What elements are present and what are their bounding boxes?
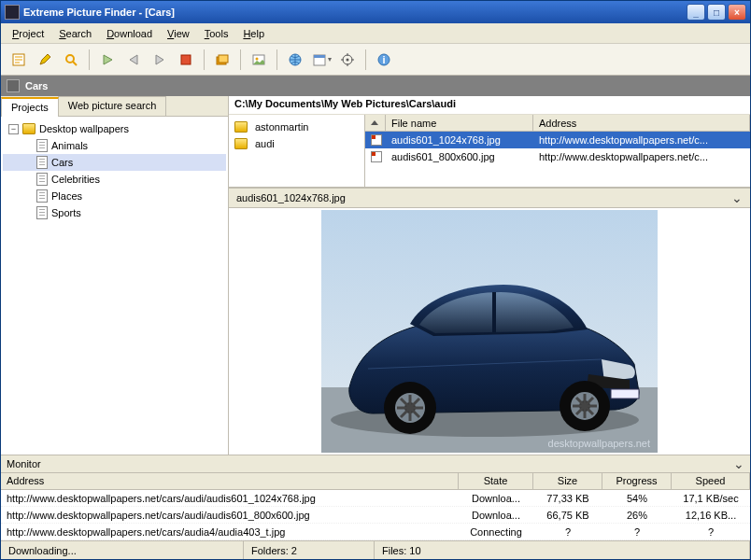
tree-collapse-icon[interactable]: −	[8, 124, 19, 134]
monitor-row[interactable]: http://www.desktopwallpapers.net/cars/au…	[1, 524, 750, 540]
play-button[interactable]	[95, 48, 120, 72]
left-tabs: Projects Web picture search	[1, 96, 228, 117]
target-button[interactable]	[335, 48, 360, 72]
image-preview[interactable]: desktopwallpapers.net	[229, 208, 750, 455]
menu-bar: PProjectroject Search Download View Tool…	[1, 23, 750, 44]
toolbar: ▾ i	[1, 44, 750, 76]
maximize-button[interactable]: □	[707, 4, 726, 21]
svg-point-11	[347, 58, 349, 61]
tree-root[interactable]: − Desktop wallpapers	[3, 120, 226, 137]
next-button[interactable]	[148, 48, 172, 72]
page-icon	[36, 139, 48, 152]
monitor-row[interactable]: http://www.desktopwallpapers.net/cars/au…	[1, 490, 750, 507]
menu-project[interactable]: PProjectroject	[5, 26, 51, 41]
directory-pane[interactable]: astonmartin audi	[229, 115, 365, 187]
status-files: Files: 10	[375, 541, 750, 559]
file-col-address[interactable]: Address	[533, 115, 750, 131]
image-file-icon	[371, 151, 382, 162]
page-icon	[36, 156, 48, 169]
menu-help[interactable]: Help	[235, 26, 272, 41]
search-button[interactable]	[59, 48, 83, 72]
info-button[interactable]: i	[372, 48, 396, 72]
category-icon	[7, 79, 20, 92]
page-icon	[36, 206, 48, 219]
image-file-icon	[371, 134, 382, 146]
window-title: Extreme Picture Finder - [Cars]	[23, 7, 687, 18]
preview-image: desktopwallpapers.net	[321, 210, 658, 453]
mon-col-size[interactable]: Size	[533, 473, 602, 489]
browser-row: astonmartin audi File name Address audis…	[229, 115, 750, 188]
category-title: Cars	[25, 80, 48, 91]
main-area: Projects Web picture search − Desktop wa…	[1, 96, 750, 455]
tree-item-places[interactable]: Places	[3, 188, 226, 204]
page-icon	[36, 173, 48, 186]
svg-text:desktopwallpapers.net: desktopwallpapers.net	[548, 438, 650, 449]
path-bar: C:\My Documents\My Web Pictures\Cars\aud…	[229, 96, 750, 115]
stop-button[interactable]	[174, 48, 198, 72]
file-list-header[interactable]: File name Address	[365, 115, 750, 132]
file-pane: File name Address audis601_1024x768.jpg …	[365, 115, 750, 187]
svg-rect-32	[611, 389, 639, 399]
prev-button[interactable]	[121, 48, 146, 72]
preview-collapse-icon[interactable]: ⌄	[731, 190, 743, 205]
monitor-header: Monitor ⌄	[1, 455, 750, 473]
close-button[interactable]: ×	[728, 4, 746, 21]
monitor-columns[interactable]: Address State Size Progress Speed	[1, 473, 750, 490]
tab-web-picture-search[interactable]: Web picture search	[58, 96, 167, 116]
monitor-collapse-icon[interactable]: ⌄	[733, 456, 744, 471]
tree-item-sports[interactable]: Sports	[3, 204, 226, 221]
globe-button[interactable]	[283, 48, 307, 72]
mon-col-progress[interactable]: Progress	[602, 473, 672, 489]
menu-download[interactable]: Download	[99, 26, 160, 41]
layers-button[interactable]	[210, 48, 234, 72]
status-left: Downloading...	[1, 541, 244, 559]
file-list[interactable]: audis601_1024x768.jpg http://www.desktop…	[365, 132, 750, 187]
tree-item-animals[interactable]: Animals	[3, 137, 226, 154]
monitor-list[interactable]: http://www.desktopwallpapers.net/cars/au…	[1, 490, 750, 540]
calendar-button[interactable]: ▾	[309, 48, 333, 72]
menu-search[interactable]: Search	[51, 26, 99, 41]
mon-col-state[interactable]: State	[459, 473, 533, 489]
folder-icon	[234, 121, 248, 133]
svg-rect-9	[314, 55, 325, 58]
mon-col-speed[interactable]: Speed	[672, 473, 750, 489]
tree-root-label: Desktop wallpapers	[39, 123, 129, 134]
folder-icon	[234, 138, 248, 149]
sort-asc-icon	[371, 120, 378, 125]
file-col-name[interactable]: File name	[386, 115, 533, 131]
new-project-button[interactable]	[7, 48, 31, 72]
preview-filename: audis601_1024x768.jpg	[236, 192, 346, 203]
svg-rect-4	[219, 55, 228, 63]
svg-text:i: i	[382, 54, 385, 65]
mon-col-address[interactable]: Address	[1, 473, 459, 489]
status-folders: Folders: 2	[244, 541, 375, 559]
file-row[interactable]: audis601_1024x768.jpg http://www.desktop…	[365, 132, 750, 148]
edit-project-button[interactable]	[33, 48, 57, 72]
tab-projects[interactable]: Projects	[1, 97, 59, 117]
tree-item-cars[interactable]: Cars	[3, 154, 226, 171]
svg-rect-2	[181, 55, 191, 64]
tree-item-celebrities[interactable]: Celebrities	[3, 171, 226, 188]
menu-tools[interactable]: Tools	[197, 26, 236, 41]
left-column: Projects Web picture search − Desktop wa…	[1, 96, 229, 455]
project-tree[interactable]: − Desktop wallpapers Animals Cars Celebr…	[1, 117, 228, 455]
dir-item[interactable]: astonmartin	[233, 119, 361, 135]
folder-icon	[22, 123, 35, 134]
status-bar: Downloading... Folders: 2 Files: 10	[1, 540, 750, 559]
monitor-row[interactable]: http://www.desktopwallpapers.net/cars/au…	[1, 507, 750, 524]
minimize-button[interactable]: _	[687, 4, 705, 21]
app-window: Extreme Picture Finder - [Cars] _ □ × PP…	[0, 0, 751, 560]
svg-point-6	[256, 57, 259, 60]
title-bar[interactable]: Extreme Picture Finder - [Cars] _ □ ×	[1, 1, 750, 23]
dir-item[interactable]: audi	[233, 135, 361, 152]
image-button[interactable]	[247, 48, 271, 72]
file-col-sort[interactable]	[365, 115, 386, 131]
page-icon	[36, 189, 48, 203]
category-bar: Cars	[1, 76, 750, 96]
monitor-title: Monitor	[7, 458, 41, 469]
svg-point-1	[66, 55, 74, 63]
right-column: C:\My Documents\My Web Pictures\Cars\aud…	[229, 96, 750, 455]
app-icon	[5, 5, 20, 20]
menu-view[interactable]: View	[160, 26, 197, 41]
file-row[interactable]: audis601_800x600.jpg http://www.desktopw…	[365, 148, 750, 165]
